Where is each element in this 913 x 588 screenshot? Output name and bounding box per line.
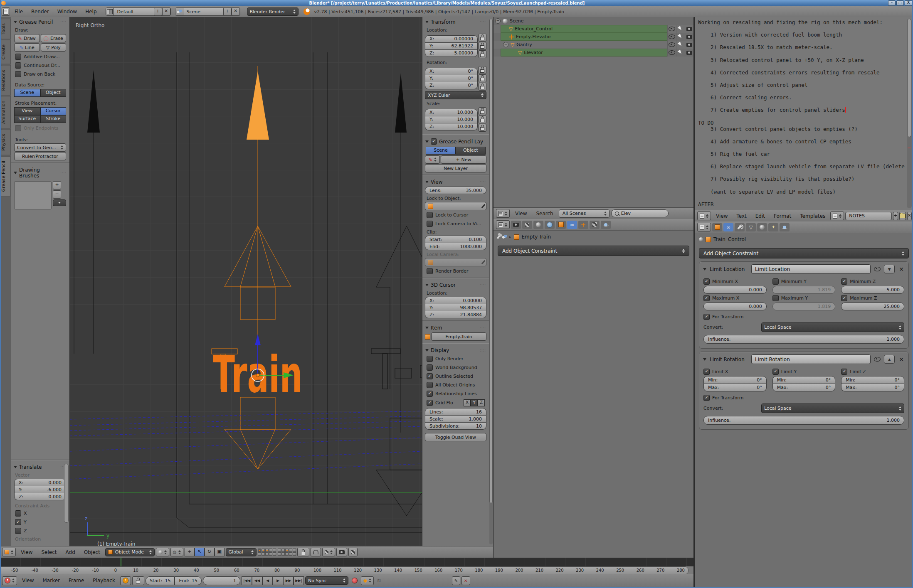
timeline-menu-marker[interactable]: Marker (39, 578, 63, 583)
lock-icon[interactable] (479, 83, 486, 91)
manipulator-rotate-button[interactable]: ↻ (205, 548, 215, 556)
open-text-button[interactable] (899, 212, 906, 220)
scene-selector[interactable]: Scene (183, 9, 223, 15)
breadcrumb-object-name[interactable]: Train_Control (713, 236, 746, 242)
unlink-text-button[interactable]: ✕ (907, 212, 912, 220)
pin-icon[interactable] (497, 235, 500, 239)
tab-grease-pencil[interactable]: Grease Pencil (0, 156, 11, 196)
collapse-icon[interactable] (703, 358, 706, 361)
line-button[interactable]: ✎Line (14, 43, 40, 52)
selectable-icon[interactable] (678, 26, 684, 32)
limit-z-checkbox[interactable] (841, 369, 847, 375)
timeline-track[interactable] (0, 558, 693, 566)
data-source-scene-toggle[interactable]: Scene (14, 89, 40, 97)
collapse-icon[interactable] (703, 268, 706, 271)
gp-layers-panel-title[interactable]: Grease Pencil Lay (439, 139, 483, 145)
item-panel-title[interactable]: Item (431, 325, 442, 331)
selectable-icon[interactable] (678, 34, 684, 40)
delete-keyframe-button[interactable]: ✕ (461, 576, 470, 585)
editor-type-selector[interactable] (2, 548, 16, 556)
render-layers-tab-icon[interactable] (522, 221, 532, 229)
collapse-icon[interactable] (425, 284, 429, 286)
layer-visibility-widget[interactable] (258, 549, 296, 556)
brush-list[interactable] (14, 181, 52, 209)
toolshelf-scrollbar[interactable] (64, 464, 69, 523)
texture-tab-icon[interactable] (590, 221, 600, 229)
display-panel-title[interactable]: Display (431, 347, 449, 353)
convert-dropdown[interactable]: Convert to Geo... (14, 143, 66, 152)
grid-floor-checkbox[interactable] (427, 400, 433, 406)
material-tab-icon[interactable] (757, 223, 767, 231)
limit-y-checkbox[interactable] (772, 369, 779, 375)
tab-physics[interactable]: Physics (0, 129, 11, 155)
lock-to-cursor-checkbox[interactable] (427, 212, 433, 218)
axis-x-checkbox[interactable] (15, 510, 21, 517)
lock-time-button[interactable] (132, 576, 144, 585)
tab-create[interactable]: Create (0, 40, 11, 64)
jump-to-end-button[interactable]: ▶▶| (294, 576, 304, 585)
properties-editor-selector[interactable] (697, 223, 711, 231)
delete-constraint-button[interactable]: ✕ (898, 266, 905, 273)
outliner-row-scene[interactable]: − Scene (494, 17, 693, 25)
viewport-menu-object[interactable]: Object (80, 549, 104, 555)
viewport-menu-view[interactable]: View (17, 549, 36, 555)
manipulator-axis-button[interactable]: + (185, 548, 195, 556)
all-object-origins-checkbox[interactable] (427, 382, 433, 388)
outliner-search-field[interactable]: Elev (611, 209, 669, 217)
text-datablock-name[interactable]: NOTES (846, 213, 886, 219)
rotation-x-field[interactable]: X:0° (425, 68, 478, 75)
limit-z-max-field[interactable]: Max:0° (841, 384, 904, 391)
jump-to-start-button[interactable]: |◀◀ (242, 576, 252, 585)
visibility-eye-icon[interactable] (669, 50, 675, 55)
tab-relations[interactable]: Relations (0, 65, 11, 96)
collapse-icon[interactable] (425, 349, 429, 352)
convert-space-dropdown[interactable]: Local Space (761, 403, 904, 413)
scale-y-field[interactable]: Y:10.000 (425, 116, 478, 123)
tab-animation[interactable]: Animation (0, 96, 11, 128)
text-editor-scrollbar[interactable] (907, 19, 912, 208)
menu-render[interactable]: Render (27, 9, 53, 15)
text-menu-edit[interactable]: Edit (752, 213, 769, 219)
stroke-surface-toggle[interactable]: Surface (14, 115, 40, 123)
selectable-icon[interactable] (678, 49, 684, 56)
object-data-tab-icon[interactable]: ▽ (746, 223, 756, 231)
ruler-protractor-button[interactable]: Ruler/Protractor (14, 152, 66, 160)
influence-slider[interactable]: Influence: 1.000 (703, 416, 904, 425)
limit-x-checkbox[interactable] (703, 369, 710, 375)
location-x-field[interactable]: X:0.00000 (425, 35, 478, 43)
translate-x-field[interactable]: X:0.000 (14, 479, 66, 486)
sync-mode-selector[interactable]: No Sync (305, 576, 348, 585)
stroke-view-toggle[interactable]: View (14, 107, 40, 115)
maximum-x-checkbox[interactable] (703, 295, 710, 301)
continuous-draw-checkbox[interactable] (15, 62, 21, 69)
previous-keyframe-button[interactable]: ◀◀ (252, 576, 262, 585)
next-keyframe-button[interactable]: ▶▶ (283, 576, 294, 585)
cursor-z-field[interactable]: Z:21.84884 (425, 311, 486, 318)
lock-icon[interactable] (479, 34, 486, 42)
editor-type-menu[interactable] (2, 7, 10, 16)
lock-icon[interactable] (479, 50, 486, 58)
lens-field[interactable]: Lens:35.000 (425, 187, 486, 194)
constraints-tab-icon[interactable]: ∞ (567, 221, 577, 229)
outliner-row-elevator[interactable]: ▽ Elevator (494, 49, 693, 57)
current-frame-field[interactable]: 1 (203, 576, 240, 585)
renderable-icon[interactable] (686, 43, 692, 47)
opengl-render-anim-button[interactable] (348, 548, 358, 556)
object-data-tab-icon[interactable] (578, 221, 588, 229)
lock-camera-checkbox[interactable] (427, 221, 433, 227)
data-source-object-toggle[interactable]: Object (40, 89, 67, 97)
render-tab-icon[interactable] (511, 221, 521, 229)
renderable-icon[interactable] (686, 51, 692, 55)
constraints-tab-icon[interactable]: ∞ (723, 223, 733, 231)
limit-y-min-field[interactable]: Min:0° (772, 376, 836, 384)
timeline-ruler[interactable]: -50-40-30-20-100102030405060708090100110… (0, 566, 688, 575)
lock-icon[interactable] (479, 116, 486, 123)
play-button[interactable]: ▶ (273, 576, 283, 585)
axis-z-checkbox[interactable] (15, 528, 21, 534)
unselected-elevator-wireframe[interactable] (371, 226, 422, 516)
mode-selector[interactable]: Object Mode (105, 548, 155, 556)
outline-selected-checkbox[interactable] (427, 373, 433, 379)
constraint-name-field[interactable]: Limit Location (751, 264, 871, 274)
grid-x-toggle[interactable]: X (464, 399, 471, 406)
local-camera-field[interactable] (425, 258, 486, 266)
